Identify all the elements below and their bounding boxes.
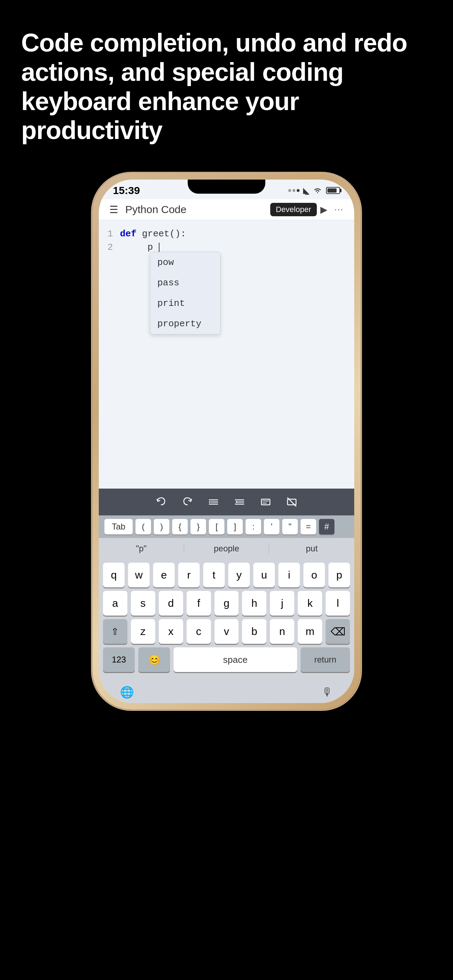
key-l[interactable]: l <box>326 591 350 616</box>
key-k[interactable]: k <box>298 591 322 616</box>
key-o[interactable]: o <box>304 563 325 587</box>
battery-fill <box>327 188 337 192</box>
header-actions: ▶ ··· <box>320 204 343 215</box>
mic-icon[interactable]: 🎙 <box>322 686 333 699</box>
keyboard: q w e r t y u i o p a s d f g <box>99 559 354 681</box>
key-u[interactable]: u <box>253 563 275 587</box>
key-a[interactable]: a <box>103 591 127 616</box>
signal-dot-1 <box>288 189 291 192</box>
open-brace-key[interactable]: { <box>172 519 188 535</box>
key-q[interactable]: q <box>103 563 124 587</box>
key-r[interactable]: r <box>178 563 200 587</box>
signal-dot-2 <box>292 189 295 192</box>
colon-key[interactable]: : <box>246 519 261 535</box>
indent-space <box>120 242 142 253</box>
line-content-1: def greet(): <box>120 229 186 239</box>
line-content-2: p <box>120 242 159 253</box>
close-brace-key[interactable]: } <box>191 519 206 535</box>
key-x[interactable]: x <box>159 619 183 644</box>
key-g[interactable]: g <box>215 591 239 616</box>
predictive-item-3[interactable]: put <box>269 544 354 554</box>
key-d[interactable]: d <box>159 591 183 616</box>
func-greet: greet(): <box>142 229 186 239</box>
status-time: 15:39 <box>113 185 140 196</box>
emoji-key[interactable]: 😊 <box>138 648 170 672</box>
code-editor[interactable]: 1 def greet(): 2 p pow <box>99 220 354 488</box>
key-h[interactable]: h <box>242 591 266 616</box>
undo-button[interactable] <box>153 494 169 510</box>
comment-button[interactable] <box>258 494 273 510</box>
svg-rect-6 <box>261 499 270 505</box>
status-icons: ◣̲ <box>288 186 340 195</box>
key-c[interactable]: c <box>187 619 211 644</box>
phone-frame: 15:39 ◣̲ <box>92 173 361 710</box>
key-j[interactable]: j <box>270 591 294 616</box>
key-n[interactable]: n <box>270 619 294 644</box>
code-line-1: 1 def greet(): <box>99 227 354 240</box>
autocomplete-item-print[interactable]: print <box>150 293 220 313</box>
phone-container: 15:39 ◣̲ <box>0 166 453 730</box>
key-m[interactable]: m <box>298 619 322 644</box>
key-p[interactable]: p <box>329 563 350 587</box>
autocomplete-item-pow[interactable]: pow <box>150 252 220 273</box>
play-button[interactable]: ▶ <box>320 204 327 215</box>
signal-dot-3 <box>297 189 300 192</box>
delete-key[interactable]: ⌫ <box>326 619 350 644</box>
phone-bottom-bar: 🌐 🎙 <box>99 681 354 703</box>
autocomplete-dropdown[interactable]: pow pass print property <box>150 252 221 334</box>
keyboard-row-1: q w e r t y u i o p <box>103 563 350 587</box>
autocomplete-item-property[interactable]: property <box>150 313 220 334</box>
open-paren-key[interactable]: ( <box>135 519 151 535</box>
redo-button[interactable] <box>180 494 195 510</box>
signal-dots <box>288 189 300 192</box>
autocomplete-item-pass[interactable]: pass <box>150 273 220 293</box>
key-z[interactable]: z <box>131 619 155 644</box>
close-paren-key[interactable]: ) <box>154 519 169 535</box>
edit-toolbar <box>99 488 354 515</box>
equals-key[interactable]: = <box>300 519 316 535</box>
line-number-1: 1 <box>99 229 120 239</box>
keyboard-row-2: a s d f g h j k l <box>103 591 350 616</box>
keyboard-bottom-row: 123 😊 space return <box>103 648 350 672</box>
battery-icon <box>326 187 340 194</box>
key-w[interactable]: w <box>128 563 149 587</box>
single-quote-key[interactable]: ' <box>264 519 280 535</box>
predictive-item-2[interactable]: people <box>184 544 270 554</box>
hash-key[interactable]: # <box>319 519 334 535</box>
line-number-2: 2 <box>99 242 120 253</box>
numbers-key[interactable]: 123 <box>103 648 135 672</box>
double-quote-key[interactable]: " <box>282 519 298 535</box>
key-t[interactable]: t <box>203 563 225 587</box>
phone-screen: 15:39 ◣̲ <box>99 180 354 703</box>
wifi-icon <box>313 187 323 194</box>
return-key[interactable]: return <box>300 648 350 672</box>
key-e[interactable]: e <box>153 563 175 587</box>
special-keys-row: Tab ( ) { } [ ] : ' " = # <box>99 515 354 538</box>
key-i[interactable]: i <box>278 563 300 587</box>
menu-icon[interactable]: ☰ <box>110 204 118 216</box>
close-bracket-key[interactable]: ] <box>227 519 243 535</box>
key-f[interactable]: f <box>187 591 211 616</box>
key-y[interactable]: y <box>228 563 250 587</box>
wifi-icon: ◣̲ <box>303 186 309 195</box>
keyboard-row-3: ⇧ z x c v b n m ⌫ <box>103 619 350 644</box>
cursor <box>159 243 159 252</box>
typed-p: p <box>148 242 153 253</box>
keyword-def: def <box>120 229 137 239</box>
more-button[interactable]: ··· <box>334 204 343 215</box>
space-key[interactable]: space <box>173 648 297 672</box>
key-v[interactable]: v <box>215 619 239 644</box>
tab-key[interactable]: Tab <box>105 519 133 535</box>
key-s[interactable]: s <box>131 591 155 616</box>
uncomment-button[interactable] <box>284 494 300 510</box>
notch <box>188 180 265 194</box>
key-b[interactable]: b <box>242 619 266 644</box>
open-bracket-key[interactable]: [ <box>209 519 224 535</box>
predictive-item-1[interactable]: "p" <box>99 544 184 554</box>
outdent-button[interactable] <box>232 494 247 510</box>
globe-icon[interactable]: 🌐 <box>120 686 134 699</box>
hero-title: Code completion, undo and redo actions, … <box>0 0 453 166</box>
indent-button[interactable] <box>206 494 221 510</box>
app-header: ☰ Python Code Developer ▶ ··· <box>99 199 354 220</box>
shift-key[interactable]: ⇧ <box>103 619 127 644</box>
